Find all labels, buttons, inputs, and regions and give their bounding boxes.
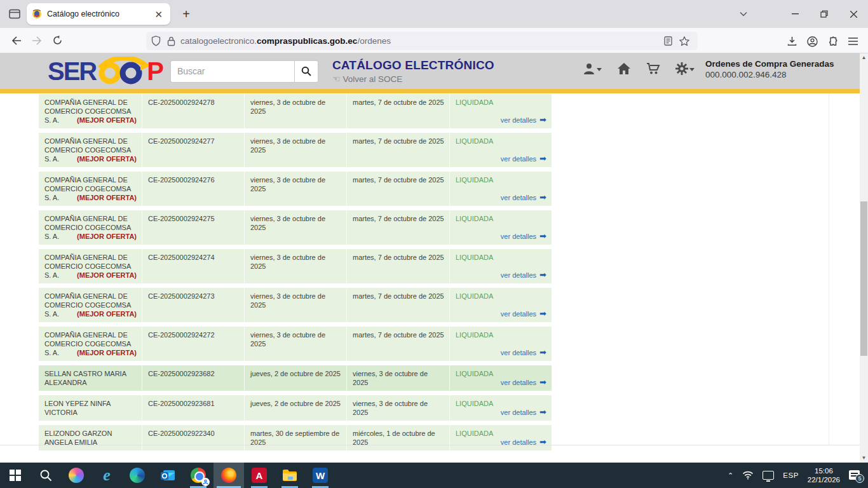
site-header: SER P CATÁLOGO ELECTRÓNICO ☜ bbox=[0, 53, 860, 89]
edge-button[interactable] bbox=[122, 463, 153, 488]
lock-icon[interactable] bbox=[167, 36, 175, 46]
site-title-block: CATÁLOGO ELECTRÓNICO ☜ Volver al SOCE bbox=[332, 58, 494, 84]
cell-date-generated: viernes, 3 de octubre de 2025 bbox=[244, 288, 346, 322]
tray-expand-icon[interactable]: ⌃ bbox=[728, 471, 733, 480]
menu-hamburger-icon[interactable] bbox=[843, 32, 863, 51]
reader-view-icon[interactable] bbox=[660, 34, 676, 49]
cell-provider: COMPAÑIA GENERAL DE COMERCIO COGECOMSA S… bbox=[39, 210, 142, 245]
arrow-right-icon: ➡ bbox=[539, 156, 546, 162]
status-badge: LIQUIDADA bbox=[456, 292, 546, 301]
forward-button[interactable] bbox=[27, 31, 47, 50]
best-offer-tag: (MEJOR OFERTA) bbox=[77, 309, 137, 318]
copilot-button[interactable] bbox=[61, 463, 92, 488]
browser-tab[interactable]: Catálogo electrónico ✕ bbox=[27, 3, 170, 25]
outlook-icon bbox=[160, 468, 175, 483]
status-badge: LIQUIDADA bbox=[456, 137, 546, 146]
cell-date-updated: martes, 7 de octubre de 2025 bbox=[346, 133, 449, 167]
cart-button[interactable] bbox=[646, 62, 660, 75]
taskbar-search-button[interactable] bbox=[31, 463, 61, 488]
new-tab-button[interactable]: + bbox=[178, 6, 194, 23]
language-indicator[interactable]: ESP bbox=[783, 471, 799, 479]
user-menu-button[interactable] bbox=[583, 62, 602, 75]
internet-explorer-button[interactable]: e bbox=[92, 463, 122, 488]
windows-logo-icon bbox=[10, 470, 21, 481]
list-all-tabs-icon[interactable] bbox=[735, 5, 752, 23]
reload-button[interactable] bbox=[47, 31, 67, 50]
close-window-button[interactable] bbox=[839, 0, 868, 28]
view-details-link[interactable]: ver detalles➡ bbox=[501, 408, 546, 417]
view-details-link[interactable]: ver detalles➡ bbox=[501, 271, 546, 280]
notifications-button[interactable]: 5 bbox=[849, 470, 862, 481]
copilot-icon bbox=[69, 468, 84, 483]
cell-order-number: CE-20250002924276 bbox=[142, 172, 244, 206]
view-details-link[interactable]: ver detalles➡ bbox=[501, 348, 546, 357]
view-details-link[interactable]: ver detalles➡ bbox=[501, 154, 546, 163]
firefox-button[interactable] bbox=[214, 463, 244, 488]
arrow-right-icon: ➡ bbox=[539, 349, 546, 356]
account-icon[interactable] bbox=[802, 32, 822, 51]
minimize-button[interactable] bbox=[780, 0, 810, 28]
scroll-down-arrow[interactable]: ▼ bbox=[860, 454, 868, 463]
acrobat-icon: A bbox=[252, 468, 267, 483]
page-scrollbar[interactable]: ▲ ▼ bbox=[860, 53, 868, 463]
cell-status: LIQUIDADA ver detalles➡ bbox=[449, 249, 552, 283]
search-icon bbox=[39, 469, 52, 482]
cell-date-updated: martes, 7 de octubre de 2025 bbox=[346, 210, 449, 245]
restore-button[interactable] bbox=[810, 0, 839, 28]
cell-date-updated: viernes, 3 de octubre de 2025 bbox=[346, 395, 449, 421]
status-badge: LIQUIDADA bbox=[456, 214, 546, 223]
cell-date-generated: jueves, 2 de octubre de 2025 bbox=[244, 395, 346, 421]
file-explorer-button[interactable] bbox=[275, 463, 305, 488]
view-details-link[interactable]: ver detalles➡ bbox=[501, 116, 546, 125]
status-badge: LIQUIDADA bbox=[456, 98, 546, 107]
back-button[interactable] bbox=[6, 31, 27, 50]
start-button[interactable] bbox=[0, 463, 31, 488]
view-details-link[interactable]: ver detalles➡ bbox=[501, 193, 546, 202]
cell-order-number: CE-20250002923681 bbox=[142, 395, 244, 421]
word-icon: W bbox=[313, 468, 328, 483]
cell-order-number: CE-20250002924277 bbox=[142, 133, 244, 167]
extensions-icon[interactable] bbox=[822, 32, 843, 51]
cell-status: LIQUIDADA ver detalles➡ bbox=[449, 425, 552, 451]
cell-order-number: CE-20250002924275 bbox=[142, 210, 244, 245]
settings-menu-button[interactable] bbox=[675, 62, 695, 75]
navbar-right-icons bbox=[782, 32, 863, 51]
chevron-down-icon bbox=[597, 68, 602, 71]
view-details-link[interactable]: ver detalles➡ bbox=[501, 309, 546, 318]
sercop-logo[interactable]: SER P bbox=[48, 57, 163, 86]
connect-display-icon[interactable] bbox=[763, 471, 774, 480]
clock[interactable]: 15:06 22/1/2026 bbox=[808, 466, 840, 484]
view-details-link[interactable]: ver detalles➡ bbox=[501, 378, 546, 387]
table-row: COMPAÑIA GENERAL DE COMERCIO COGECOMSA S… bbox=[39, 172, 552, 206]
cell-status: LIQUIDADA ver detalles➡ bbox=[449, 133, 552, 167]
back-to-soce-link[interactable]: ☜ Volver al SOCE bbox=[332, 74, 494, 84]
cell-status: LIQUIDADA ver detalles➡ bbox=[449, 365, 552, 391]
url-text[interactable]: catalogoelectronico.compraspublicas.gob.… bbox=[180, 36, 660, 46]
view-details-link[interactable]: ver detalles➡ bbox=[501, 232, 546, 241]
url-bar[interactable]: catalogoelectronico.compraspublicas.gob.… bbox=[146, 32, 698, 50]
table-row: COMPAÑIA GENERAL DE COMERCIO COGECOMSA S… bbox=[39, 327, 552, 361]
search-input[interactable] bbox=[170, 60, 294, 83]
cell-order-number: CE-20250002924274 bbox=[142, 249, 244, 283]
outlook-button[interactable] bbox=[153, 463, 183, 488]
tab-close-icon[interactable]: ✕ bbox=[152, 8, 165, 20]
acrobat-button[interactable]: A bbox=[244, 463, 275, 488]
downloads-icon[interactable] bbox=[782, 32, 802, 51]
browser-titlebar: Catálogo electrónico ✕ + bbox=[0, 0, 868, 28]
cell-date-updated: martes, 7 de octubre de 2025 bbox=[346, 327, 449, 361]
gear-icon bbox=[675, 62, 688, 75]
bookmark-star-icon[interactable] bbox=[676, 34, 693, 49]
home-button[interactable] bbox=[617, 62, 631, 75]
scrollbar-thumb[interactable] bbox=[860, 201, 867, 356]
scroll-up-arrow[interactable]: ▲ bbox=[860, 53, 868, 62]
firefox-view-icon[interactable] bbox=[5, 5, 24, 23]
cell-provider: COMPAÑIA GENERAL DE COMERCIO COGECOMSA S… bbox=[39, 172, 142, 206]
search-button[interactable] bbox=[294, 60, 318, 83]
wifi-icon[interactable] bbox=[742, 471, 754, 480]
best-offer-tag: (MEJOR OFERTA) bbox=[77, 271, 137, 280]
notification-badge: 5 bbox=[855, 474, 864, 483]
shield-icon[interactable] bbox=[151, 36, 161, 46]
word-button[interactable]: W bbox=[305, 463, 336, 488]
chrome-button[interactable] bbox=[183, 463, 214, 488]
cell-provider: COMPAÑIA GENERAL DE COMERCIO COGECOMSA S… bbox=[39, 94, 142, 128]
